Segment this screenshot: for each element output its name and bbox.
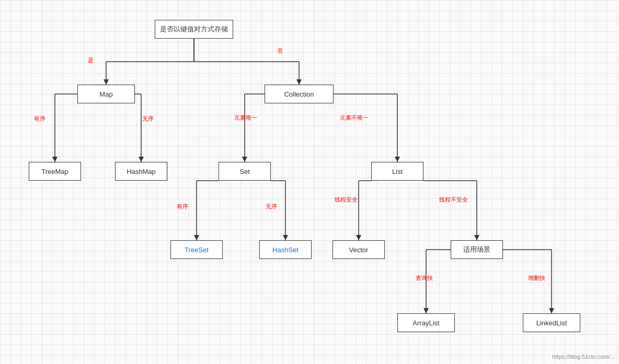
svg-marker-10 [52, 157, 58, 162]
node-vector-label: Vector [349, 246, 369, 254]
label-yes: 是 [88, 56, 94, 64]
node-treeset-label: TreeSet [185, 246, 209, 254]
node-hashmap-label: HashMap [127, 168, 156, 175]
svg-marker-3 [104, 79, 109, 85]
svg-marker-37 [549, 308, 554, 313]
label-query-fast: 查询快 [416, 274, 433, 282]
node-arraylist-label: ArrayList [412, 319, 439, 327]
diagram-canvas: 是否以键值对方式存储 Map Collection TreeMap HashMa… [0, 0, 619, 364]
node-applicable: 适用场景 [451, 240, 503, 259]
node-collection-label: Collection [284, 90, 314, 98]
label-set-ordered: 有序 [177, 203, 188, 210]
label-thread-unsafe: 线程不安全 [439, 196, 468, 204]
svg-marker-25 [283, 235, 288, 240]
svg-marker-19 [395, 157, 400, 162]
node-root-label: 是否以键值对方式存储 [160, 25, 228, 34]
node-applicable-label: 适用场景 [463, 245, 490, 254]
svg-marker-34 [423, 308, 429, 313]
label-map-unordered: 无序 [142, 115, 154, 123]
label-set-unordered: 无序 [266, 203, 277, 210]
node-arraylist: ArrayList [397, 313, 455, 332]
node-hashset-label: HashSet [272, 246, 299, 254]
svg-marker-22 [194, 235, 199, 240]
svg-marker-16 [242, 157, 247, 162]
svg-marker-31 [474, 235, 479, 240]
label-thread-safe: 线程安全 [335, 196, 358, 204]
node-treeset: TreeSet [170, 240, 223, 259]
node-hashmap: HashMap [115, 162, 167, 181]
node-hashset: HashSet [259, 240, 312, 259]
node-list-label: List [392, 168, 403, 175]
svg-marker-28 [356, 235, 361, 240]
node-collection: Collection [265, 85, 334, 103]
node-map-label: Map [99, 90, 112, 98]
node-root: 是否以键值对方式存储 [155, 20, 233, 39]
label-map-ordered: 有序 [34, 115, 45, 123]
diagram-arrows [0, 0, 619, 364]
svg-marker-13 [139, 157, 144, 162]
node-treemap: TreeMap [29, 162, 81, 181]
label-set-not-unique: 元素不唯一 [340, 114, 369, 122]
label-set-unique: 元素唯一 [234, 114, 257, 122]
node-linkedlist: LinkedList [523, 313, 580, 332]
node-vector: Vector [333, 240, 385, 259]
svg-marker-7 [296, 79, 302, 85]
node-set-label: Set [239, 168, 250, 175]
node-list: List [371, 162, 423, 181]
node-set: Set [219, 162, 271, 181]
node-linkedlist-label: LinkedList [536, 319, 567, 327]
watermark: https://blog.51cto.com/... [552, 354, 615, 360]
label-no: 否 [277, 47, 283, 55]
node-treemap-label: TreeMap [41, 168, 68, 175]
node-map: Map [77, 85, 135, 103]
label-add-del-fast: 增删快 [528, 274, 545, 282]
